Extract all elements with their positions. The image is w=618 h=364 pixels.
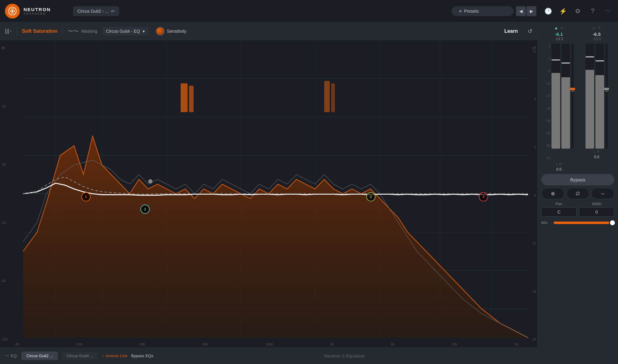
sensitivity-control[interactable]: Sensitivity (156, 27, 187, 36)
bypass-eqs-button[interactable]: Bypass EQs (131, 353, 153, 358)
pan-width-row: Pan C Width 0 (541, 202, 614, 217)
eq-selector-chevron: ▾ (143, 29, 145, 34)
main-layout: |||▾ Soft Saturation 〜〜 Masking Circus G… (0, 22, 618, 364)
db-label-m60: -60 (1, 221, 7, 225)
eq-graph[interactable] (0, 40, 537, 347)
eq-node-4[interactable]: 4 (479, 192, 488, 201)
settings-icon-button[interactable]: ⚙ (572, 6, 583, 17)
mix-slider-thumb[interactable] (610, 220, 615, 225)
left-db-scale: dB -20 -40 -60 -80 -100 (1, 46, 7, 341)
width-icon-button[interactable]: ↔ (591, 188, 614, 199)
hz-300: 300 (139, 342, 145, 346)
svg-point-1 (11, 10, 13, 12)
db-label-m20: -20 (1, 105, 7, 108)
right-db-top: dB12 (532, 46, 536, 53)
eq-tab-2[interactable]: Circus Guit4 ... (62, 352, 98, 360)
bottom-bar: 〰 EQ: Circus Guit2 ... Circus Guit4 ... … (0, 347, 537, 364)
phase-icon-button[interactable]: ∅ (566, 188, 590, 199)
top-bar: NEUTRON ADVANCED Circus Guit2 - ... ✏ ≡ … (0, 0, 618, 22)
right-panel: ▲ ▼ -6.1 -14.5 0 -3 -6 -10 -15 -20 (538, 22, 618, 364)
reset-icon-button[interactable]: ↺ (528, 28, 532, 35)
edit-icon: ✏ (111, 9, 115, 14)
right-meter-val-top: -6.5 (593, 32, 601, 37)
right-db-m24: -24 (532, 338, 536, 341)
eq-curve-icon: 〰 (5, 353, 9, 358)
eq-tab-1[interactable]: Circus Guit2 ... (21, 352, 58, 360)
hz-600: 600 (202, 342, 208, 346)
sensitivity-knob[interactable] (156, 27, 165, 36)
right-fader-knob[interactable] (604, 88, 609, 90)
gray-handle[interactable] (148, 179, 152, 184)
left-meter-header: ▲ ▼ (541, 25, 577, 30)
logo-area: NEUTRON ADVANCED (5, 4, 73, 19)
hz-1000: 1000 (265, 342, 273, 346)
left-meter-bottom-val: 0.0 (556, 167, 562, 171)
left-meter-labels: L R (556, 162, 562, 166)
hz-3k: 3k (330, 342, 334, 346)
preset-selector[interactable]: Circus Guit2 - ... ✏ (73, 6, 119, 16)
hz-labels: 60 100 300 600 1000 3k 6k 10k Hz (15, 342, 519, 346)
eq-selector[interactable]: Circus Guit4 - EQ ▾ (102, 27, 148, 36)
presets-button[interactable]: ≡ Presets (452, 6, 513, 16)
db-label: dB (1, 46, 7, 50)
menu-icon[interactable]: |||▾ (5, 28, 12, 34)
right-db-m12: -12 (532, 242, 536, 245)
inverse-link-button[interactable]: ↕ Inverse Link (102, 353, 127, 358)
link-icon-button[interactable]: ⊗ (541, 188, 564, 199)
soft-saturation-button[interactable]: Soft Saturation (22, 28, 58, 34)
hz-unit: Hz (514, 342, 518, 346)
masking-button[interactable]: 〜〜 Masking (68, 28, 97, 35)
right-l-meter (586, 44, 594, 149)
right-db-m6: -6 (532, 194, 536, 197)
db-label-m100: -100 (1, 338, 7, 341)
link-icon: ⊗ (551, 191, 555, 197)
mix-row: Mix (541, 220, 614, 225)
eq-node-2[interactable]: 2 (140, 205, 150, 214)
phase-icon: ∅ (576, 191, 580, 197)
right-fader-track[interactable] (605, 44, 608, 149)
right-meter-group: ▲ ▼ -6.5 -15.0 (579, 25, 614, 171)
eq-node-3[interactable]: 3 (366, 192, 376, 201)
right-db-m18: -18 (532, 290, 536, 293)
presets-label: Presets (464, 9, 479, 14)
pan-label: Pan (556, 202, 562, 206)
bolt-icon-button[interactable]: ⚡ (557, 6, 569, 17)
mix-slider[interactable] (554, 222, 614, 224)
left-fader-track[interactable] (571, 44, 574, 149)
logo-text-group: NEUTRON ADVANCED (24, 7, 51, 15)
meter-scale: 0 -3 -6 -10 -15 -20 -30 -40 -50 -Inf (544, 44, 550, 161)
right-meter-val-sub: -15.0 (592, 37, 601, 41)
prev-preset-button[interactable]: ◀ (516, 6, 526, 16)
inverse-link-icon: ↕ (102, 353, 104, 358)
eq-label: 〰 EQ: (5, 353, 18, 358)
learn-button[interactable]: Learn (499, 27, 523, 36)
width-value[interactable]: 0 (579, 207, 614, 217)
history-icon-button[interactable]: 🕐 (543, 6, 554, 17)
left-panel: |||▾ Soft Saturation 〜〜 Masking Circus G… (0, 22, 538, 364)
left-fader-knob[interactable] (570, 88, 575, 90)
top-icons: 🕐 ⚡ ⚙ ? 〜 (543, 6, 613, 17)
bypass-button[interactable]: Bypass (541, 174, 614, 185)
app-title: Neutron 3 Equalizer (157, 353, 532, 358)
meter-down-arrow: ▼ (560, 25, 564, 30)
db-label-m80: -80 (1, 279, 7, 283)
preset-name: Circus Guit2 - ... (77, 9, 109, 14)
left-meter-val-sub: -14.5 (555, 37, 563, 41)
pan-group: Pan C (541, 202, 577, 217)
width-label: Width (592, 202, 602, 206)
left-r-meter (561, 44, 570, 149)
eq-text: EQ: (11, 353, 18, 358)
svg-rect-22 (331, 83, 335, 112)
eq-node-1[interactable]: 1 (81, 192, 91, 201)
svg-rect-19 (181, 83, 187, 112)
svg-rect-21 (324, 81, 330, 112)
pan-value[interactable]: C (541, 207, 577, 217)
hz-10k: 10k (452, 342, 457, 346)
eq-selector-label: Circus Guit4 - EQ (106, 29, 140, 34)
left-meter-val-top: -6.1 (555, 32, 563, 37)
next-preset-button[interactable]: ▶ (526, 6, 536, 16)
help-icon-button[interactable]: ? (587, 6, 598, 17)
logo-name: NEUTRON (24, 7, 51, 12)
right-meter-up-arrow: ▲ (592, 25, 596, 30)
waveform-icon-button[interactable]: 〜 (602, 6, 613, 17)
